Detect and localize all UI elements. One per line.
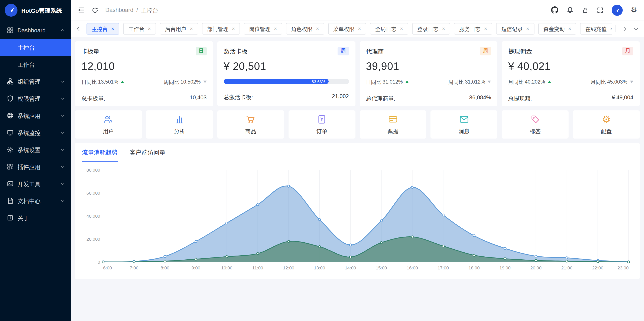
sidebar-item-system-apps[interactable]: 系统应用 [0,107,71,124]
close-icon[interactable]: × [610,26,612,31]
tab-menu-permissions[interactable]: 菜单权限× [328,23,366,34]
sidebar-item-console[interactable]: 主控台 [0,39,71,56]
terminal-icon [7,180,14,187]
svg-text:19:00: 19:00 [499,265,510,270]
sidebar-item-plugins[interactable]: 插件应用 [0,158,71,175]
chart-area: 6:007:008:009:0010:0011:0012:0013:0014:0… [82,166,633,275]
chart-tabs: 流量消耗趋势 客户端访问量 [82,144,633,162]
tab-label: 工作台 [128,24,144,32]
quick-action-products[interactable]: 商品 [217,110,284,138]
progress-fill: 83.66% [224,79,328,84]
tab-positions[interactable]: 岗位管理× [244,23,282,34]
tab-sms-records[interactable]: 短信记录× [496,23,534,34]
chevron-down-icon [61,164,64,168]
sidebar-item-dashboard[interactable]: Dashboard [0,22,71,39]
breadcrumb-root[interactable]: Dashboard [105,7,134,13]
chevron-down-icon [61,147,64,151]
tabs-scroll-left-button[interactable] [75,25,83,32]
sidebar-item-dev-tools[interactable]: 开发工具 [0,175,71,192]
tab-login-logs[interactable]: 登录日志× [412,23,450,34]
stat-title: 激活卡板 [224,47,248,56]
tab-admin-users[interactable]: 后台用户× [160,23,198,34]
menu-collapse-icon[interactable] [78,6,85,14]
tab-workbench[interactable]: 工作台× [123,23,156,34]
close-icon[interactable]: × [111,26,114,31]
sidebar-menu: Dashboard 主控台 工作台 组织管理 权限管理 [0,20,71,321]
stat-title: 提现佣金 [508,47,532,56]
tab-departments[interactable]: 部门管理× [202,23,240,34]
quick-action-messages[interactable]: 消息 [431,110,498,138]
tabs-strip: 主控台× 工作台× 后台用户× 部门管理× 岗位管理× 角色权限× 菜单权限× … [86,23,612,34]
sidebar-item-label: 文档中心 [18,196,58,205]
svg-text:18:00: 18:00 [468,265,480,270]
chevron-down-icon [61,182,64,185]
sidebar-item-organization[interactable]: 组织管理 [0,73,71,90]
tabs-scroll-right-button[interactable] [620,25,628,32]
chevron-down-icon [634,26,638,30]
tab-label: 短信记录 [501,24,522,32]
sidebar-item-permissions[interactable]: 权限管理 [0,90,71,107]
tab-online-recharge[interactable]: 在线充值× [580,23,612,34]
tab-global-logs[interactable]: 全局日志× [370,23,408,34]
sidebar-subitem-label: 工作台 [18,60,35,69]
quick-action-label: 用户 [103,127,114,135]
org-chart-icon [7,78,14,85]
sidebar-item-docs[interactable]: 文档中心 [0,192,71,209]
close-icon[interactable]: × [148,26,151,31]
tab-label: 全局日志 [375,24,396,32]
quick-action-analytics[interactable]: 分析 [146,110,213,138]
close-icon[interactable]: × [568,26,571,31]
quick-action-config[interactable]: ⚙ 配置 [573,110,640,138]
refresh-icon[interactable] [92,6,98,14]
quick-action-users[interactable]: 用户 [75,110,142,138]
chart-tab-client-visits[interactable]: 客户端访问量 [130,144,165,162]
svg-text:21:00: 21:00 [561,265,572,270]
trend-down-icon [630,80,633,83]
settings-gear-icon[interactable]: ⚙ [631,6,638,14]
quick-action-orders[interactable]: 订单 [288,110,355,138]
period-badge: 月 [622,47,633,55]
quick-action-label: 商品 [245,127,256,135]
close-icon[interactable]: × [400,26,403,31]
tab-console[interactable]: 主控台× [86,23,119,34]
page-content: 卡板量 日 12,010 日同比13,501% 周同比10,502% 总卡板量:… [71,37,644,321]
close-icon[interactable]: × [190,26,193,31]
close-icon[interactable]: × [484,26,487,31]
user-avatar[interactable] [612,4,623,16]
quick-action-tags[interactable]: 标签 [502,110,569,138]
sidebar-item-workbench[interactable]: 工作台 [0,56,71,73]
quick-action-invoices[interactable]: 票据 [360,110,426,138]
close-icon[interactable]: × [358,26,361,31]
tabs-menu-button[interactable] [632,25,640,32]
close-icon[interactable]: × [442,26,445,31]
close-icon[interactable]: × [316,26,319,31]
chevron-down-icon [61,113,64,117]
sidebar: HotGo管理系统 Dashboard 主控台 工作台 组织管理 [0,0,71,321]
github-icon[interactable] [551,6,558,14]
sidebar-item-about[interactable]: 关于 [0,209,71,226]
app-logo[interactable]: HotGo管理系统 [0,0,71,20]
tag-icon [530,114,540,125]
tab-fund-changes[interactable]: 资金变动× [538,23,576,34]
sidebar-item-label: 系统监控 [18,128,58,137]
breadcrumb: Dashboard / 主控台 [105,6,158,14]
breadcrumb-current[interactable]: 主控台 [141,6,158,14]
svg-text:20:00: 20:00 [530,265,542,270]
chart-tab-traffic-trend[interactable]: 流量消耗趋势 [82,144,118,162]
close-icon[interactable]: × [232,26,235,31]
svg-text:9:00: 9:00 [192,265,200,270]
fullscreen-icon[interactable] [597,6,604,14]
sidebar-item-system-settings[interactable]: 系统设置 [0,141,71,158]
close-icon[interactable]: × [526,26,529,31]
tab-role-permissions[interactable]: 角色权限× [286,23,324,34]
period-badge: 周 [338,47,349,55]
sidebar-item-system-monitor[interactable]: 系统监控 [0,124,71,141]
logo-icon [5,4,18,16]
chevron-down-icon [61,96,64,100]
svg-text:23:00: 23:00 [617,265,629,270]
tab-service-logs[interactable]: 服务日志× [454,23,492,34]
close-icon[interactable]: × [274,26,277,31]
stat-footer-value: 10,403 [190,94,207,102]
notification-bell-icon[interactable] [566,6,574,14]
lock-icon[interactable] [582,6,588,14]
